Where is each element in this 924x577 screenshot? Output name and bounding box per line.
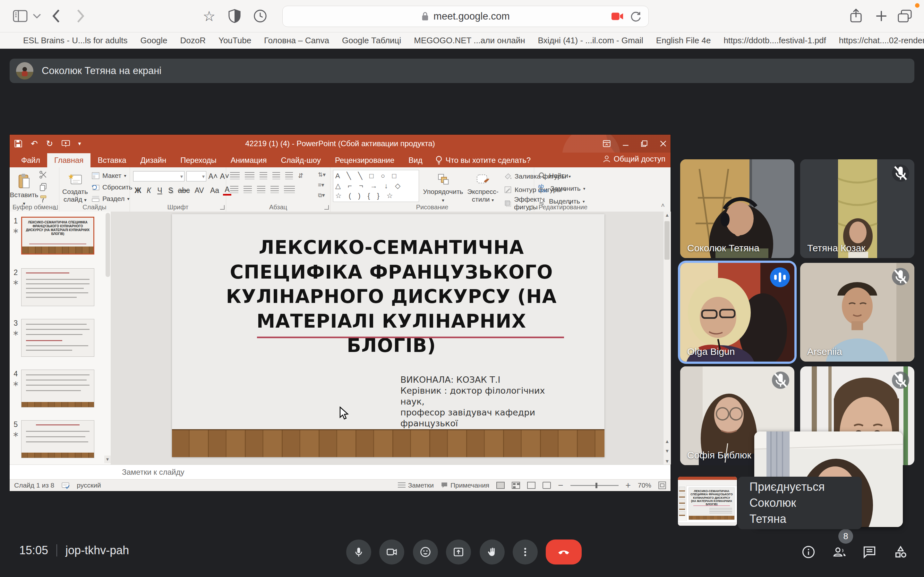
favorites-grid-icon[interactable] (8, 35, 10, 45)
slide-editor[interactable]: ЛЕКСИКО-СЕМАНТИЧНА СПЕЦИФІКА ФРАНЦУЗЬКОГ… (172, 214, 604, 457)
text-align-vertical-icon[interactable]: ⇅▾ (318, 171, 326, 178)
dialog-launcher-icon[interactable] (325, 205, 329, 210)
mic-button[interactable] (346, 540, 371, 564)
maximize-icon[interactable] (640, 140, 648, 147)
participant-tile[interactable]: Тетяна Козак (800, 159, 914, 258)
fit-slide-icon[interactable] (658, 482, 666, 489)
tab-animations[interactable]: Анимация (224, 153, 274, 167)
participant-tile[interactable]: Соколюк Тетяна (680, 159, 795, 258)
scroll-down-icon[interactable]: ▼ (664, 458, 671, 464)
zoom-in-icon[interactable]: + (626, 480, 631, 490)
next-slide-icon[interactable]: ▼ (664, 448, 671, 454)
bookmark-item[interactable]: https://chat....02-render-sha (839, 35, 924, 45)
quick-styles-button[interactable]: Экспресс-стили ▾ (465, 170, 501, 203)
back-icon[interactable] (52, 9, 60, 23)
increase-indent-icon[interactable] (272, 172, 280, 179)
sidebar-icon[interactable] (13, 10, 27, 22)
reading-view-icon[interactable] (527, 482, 535, 489)
bookmark-item[interactable]: https://ddotb....festival-1.pdf (724, 35, 826, 45)
slide-thumbnail-5[interactable] (21, 420, 94, 458)
camera-button[interactable] (379, 540, 404, 564)
bullets-icon[interactable] (230, 172, 240, 179)
share-icon[interactable] (850, 8, 863, 24)
bookmark-item[interactable]: DozoR (180, 35, 205, 45)
comments-toggle[interactable]: Примечания (441, 482, 489, 489)
tab-insert[interactable]: Вставка (90, 153, 133, 167)
format-painter-icon[interactable] (39, 195, 47, 203)
history-clock-icon[interactable] (254, 9, 267, 23)
privacy-shield-icon[interactable] (228, 9, 241, 23)
forward-icon[interactable] (76, 9, 85, 23)
replace-button[interactable]: ab⇄acЗаменить▾ (538, 183, 585, 193)
tab-review[interactable]: Рецензирование (328, 153, 401, 167)
slide-thumbnail-2[interactable] (21, 268, 94, 306)
tab-home[interactable]: Главная (47, 153, 90, 167)
tab-design[interactable]: Дизайн (134, 153, 174, 167)
slide-scrollbar[interactable]: ▲ ▲ ▼ ▼ (663, 211, 671, 464)
collapse-ribbon-icon[interactable]: ˄ (661, 201, 665, 209)
bookmark-item[interactable]: MEGOGO.NET ...али онлайн (414, 35, 525, 45)
spellcheck-icon[interactable] (61, 481, 69, 490)
tab-overview-icon[interactable] (898, 10, 912, 23)
font-size-select[interactable]: ▾ (186, 171, 206, 181)
bookmark-item[interactable]: YouTube (218, 35, 251, 45)
justify-icon[interactable] (270, 186, 279, 193)
section-button[interactable]: Раздел▾ (91, 193, 132, 204)
bookmark-item[interactable]: Головна – Canva (264, 35, 329, 45)
address-bar[interactable]: meet.google.com (282, 6, 649, 27)
columns-icon[interactable] (284, 186, 295, 193)
tab-file[interactable]: Файл (14, 153, 47, 167)
language-indicator[interactable]: русский (77, 482, 101, 489)
dialog-launcher-icon[interactable] (53, 205, 58, 210)
underline-button[interactable]: Ч (155, 186, 165, 195)
font-name-select[interactable]: ▾ (133, 171, 184, 181)
chat-button[interactable] (862, 545, 877, 559)
change-case-button[interactable]: Aa (208, 186, 222, 195)
zoom-level[interactable]: 70% (638, 482, 651, 489)
notes-pane[interactable]: Заметки к слайду (10, 464, 670, 480)
present-button[interactable] (446, 540, 471, 564)
align-text-icon[interactable]: ≡▾ (318, 181, 326, 189)
camera-active-icon[interactable] (611, 12, 624, 21)
find-button[interactable]: Найти (538, 171, 585, 181)
convert-smartart-icon[interactable]: ⧉▾ (318, 192, 326, 199)
reset-button[interactable]: Сбросить (91, 182, 132, 192)
bookmark-item[interactable]: Google Таблиці (342, 35, 401, 45)
align-left-icon[interactable] (230, 186, 238, 193)
bookmark-item[interactable]: English File 4e (656, 35, 711, 45)
italic-button[interactable]: К (144, 186, 153, 195)
end-call-button[interactable] (546, 540, 582, 564)
reload-icon[interactable] (630, 11, 641, 22)
paste-button[interactable]: Вставить ▾ (12, 170, 36, 206)
participant-tile[interactable]: Arseniia (800, 263, 914, 362)
dialog-launcher-icon[interactable] (220, 205, 225, 210)
slideshow-view-icon[interactable] (543, 482, 551, 489)
layout-button[interactable]: Макет▾ (91, 171, 132, 181)
align-center-icon[interactable] (244, 186, 252, 193)
ppt-share-button[interactable]: Общий доступ (603, 155, 666, 163)
char-spacing-button[interactable]: AV (192, 186, 206, 195)
tab-view[interactable]: Вид (401, 153, 429, 167)
ribbon-display-icon[interactable] (603, 139, 611, 148)
align-right-icon[interactable] (257, 186, 265, 193)
scrollbar-thumb[interactable] (664, 221, 670, 259)
bold-button[interactable]: Ж (133, 186, 143, 195)
raise-hand-button[interactable] (480, 540, 505, 564)
bookmark-item[interactable]: ESL Brains - U...ls for adults (23, 35, 128, 45)
bookmarks-star-icon[interactable]: ☆ (203, 8, 215, 24)
tell-me-box[interactable]: Что вы хотите сделать? (430, 153, 536, 167)
grow-font-icon[interactable]: A˄ (208, 172, 218, 181)
minimize-icon[interactable] (622, 140, 630, 147)
bookmark-item[interactable]: Вхідні (41) - ...il.com - Gmail (538, 35, 643, 45)
numbering-icon[interactable] (245, 172, 254, 179)
sidebar-chevron-icon[interactable] (33, 13, 41, 19)
panel-scrollbar[interactable] (105, 213, 110, 277)
participant-tile-speaking[interactable]: Olga Bigun (680, 263, 795, 362)
close-icon[interactable] (659, 139, 667, 148)
tab-slideshow[interactable]: Слайд-шоу (274, 153, 328, 167)
zoom-slider[interactable] (570, 485, 619, 486)
presentation-mini-tile[interactable]: ЛЕКСИКО-СЕМАНТИЧНА СПЕЦИФІКА ФРАНЦУЗЬКОГ… (678, 477, 737, 526)
slide-thumbnail-4[interactable] (21, 370, 94, 408)
line-spacing-icon[interactable] (285, 172, 293, 179)
meeting-details-button[interactable] (801, 545, 816, 559)
